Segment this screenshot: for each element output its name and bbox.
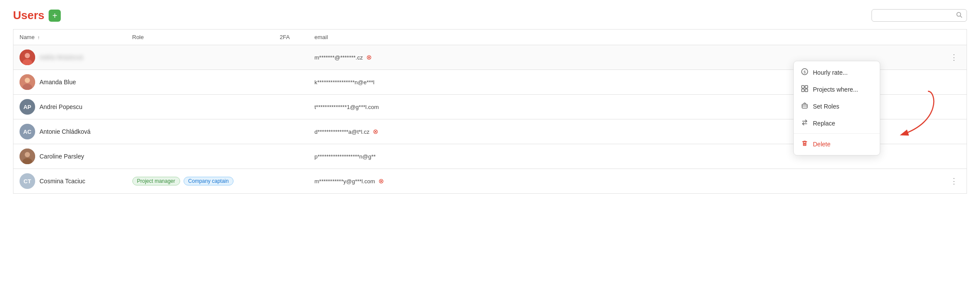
page-container: Users + Name ↑ Role 2FA xyxy=(0,0,980,304)
svg-rect-13 xyxy=(802,86,804,88)
svg-point-9 xyxy=(25,152,30,157)
sort-arrow-icon: ↑ xyxy=(37,35,40,40)
user-name-amanda: Amanda Blue xyxy=(39,79,76,86)
col-header-action xyxy=(941,30,967,45)
email-text-caroline: p*******************n@g** xyxy=(315,153,376,160)
svg-rect-14 xyxy=(805,86,808,88)
name-cell-cosmina: CTCosmina Tcaciuc xyxy=(13,169,126,194)
user-name-adela: Adéla Mrázková xyxy=(39,54,83,61)
menu-label-projects-where: Projects where... xyxy=(813,86,858,93)
avatar-cosmina: CT xyxy=(20,173,35,189)
twofa-cell-andrei xyxy=(274,95,309,119)
name-cell-antonie: ACAntonie Chládková xyxy=(13,119,126,144)
email-text-cosmina: m***********y@g***l.com xyxy=(315,178,375,185)
role-badge-company-captain: Company captain xyxy=(184,177,233,185)
avatar-antonie: AC xyxy=(20,124,35,139)
add-user-button[interactable]: + xyxy=(49,10,61,22)
col-header-email: email xyxy=(309,30,942,45)
search-box xyxy=(871,9,967,22)
search-icon xyxy=(956,12,962,19)
name-cell-adela: Adéla Mrázková xyxy=(13,45,126,70)
email-text-andrei: t**************1@g***l.com xyxy=(315,104,379,110)
twofa-cell-amanda xyxy=(274,70,309,95)
menu-item-projects-where[interactable]: Projects where... xyxy=(794,81,880,98)
action-cell-antonie xyxy=(941,119,967,144)
trash-icon xyxy=(801,140,809,148)
page-header: Users + xyxy=(13,9,967,22)
menu-label-hourly-rate: Hourly rate... xyxy=(813,69,848,76)
menu-label-delete: Delete xyxy=(813,141,830,148)
svg-rect-15 xyxy=(802,89,804,92)
col-header-name: Name ↑ xyxy=(13,30,126,45)
dollar-icon: $ xyxy=(801,68,809,76)
name-cell-andrei: APAndrei Popescu xyxy=(13,95,126,119)
avatar-adela xyxy=(20,50,35,65)
name-cell-amanda: Amanda Blue xyxy=(13,70,126,95)
role-cell-caroline xyxy=(126,144,274,169)
avatar-andrei: AP xyxy=(20,99,35,115)
twofa-cell-caroline xyxy=(274,144,309,169)
avatar-caroline xyxy=(20,149,35,164)
role-cell-andrei xyxy=(126,95,274,119)
svg-line-1 xyxy=(960,16,962,18)
menu-item-hourly-rate[interactable]: $Hourly rate... xyxy=(794,64,880,81)
context-menu: $Hourly rate...Projects where...Set Role… xyxy=(793,61,880,155)
role-cell-cosmina: Project managerCompany captain xyxy=(126,169,274,194)
table-header-row: Name ↑ Role 2FA email xyxy=(13,30,967,45)
email-cell-cosmina: m***********y@g***l.com ⊗ xyxy=(309,169,942,194)
search-input[interactable] xyxy=(876,12,954,19)
svg-point-6 xyxy=(25,78,30,83)
user-name-caroline: Caroline Parsley xyxy=(39,153,84,160)
role-cell-adela xyxy=(126,45,274,70)
menu-label-set-roles: Set Roles xyxy=(813,103,839,110)
replace-icon xyxy=(801,119,809,127)
action-cell-adela: ⋮ xyxy=(941,45,967,70)
header-left: Users + xyxy=(13,9,61,22)
name-cell-caroline: Caroline Parsley xyxy=(13,144,126,169)
avatar-amanda xyxy=(20,74,35,90)
action-cell-amanda xyxy=(941,70,967,95)
role-cell-amanda xyxy=(126,70,274,95)
col-header-2fa: 2FA xyxy=(274,30,309,45)
grid-icon xyxy=(801,85,809,93)
verified-icon-antonie: ⊗ xyxy=(371,128,378,135)
twofa-cell-antonie xyxy=(274,119,309,144)
three-dots-button-adela[interactable]: ⋮ xyxy=(947,51,960,64)
user-name-cosmina: Cosmina Tcaciuc xyxy=(39,178,86,185)
menu-item-set-roles[interactable]: Set Roles xyxy=(794,98,880,115)
email-text-antonie: d**************a@t*l.cz xyxy=(315,129,370,135)
twofa-cell-adela xyxy=(274,45,309,70)
menu-item-replace[interactable]: Replace xyxy=(794,115,880,132)
col-header-role: Role xyxy=(126,30,274,45)
verified-icon-adela: ⊗ xyxy=(365,53,372,61)
role-cell-antonie xyxy=(126,119,274,144)
action-cell-caroline xyxy=(941,144,967,169)
svg-rect-16 xyxy=(805,89,808,92)
svg-text:$: $ xyxy=(803,70,806,74)
email-text-adela: m*******@*******.cz xyxy=(315,54,363,61)
action-cell-andrei xyxy=(941,95,967,119)
table-row: CTCosmina TcaciucProject managerCompany … xyxy=(13,169,967,194)
page-title: Users xyxy=(13,9,44,22)
menu-label-replace: Replace xyxy=(813,120,835,127)
action-cell-cosmina: ⋮ xyxy=(941,169,967,194)
user-name-antonie: Antonie Chládková xyxy=(39,128,91,135)
menu-item-delete[interactable]: Delete xyxy=(794,135,880,152)
verified-icon-cosmina: ⊗ xyxy=(377,177,384,185)
three-dots-button-cosmina[interactable]: ⋮ xyxy=(947,175,960,188)
twofa-cell-cosmina xyxy=(274,169,309,194)
user-name-andrei: Andrei Popescu xyxy=(39,103,82,110)
briefcase-icon xyxy=(801,102,809,110)
email-text-amanda: k*****************n@e***l xyxy=(315,79,375,86)
role-badge-project-manager: Project manager xyxy=(132,177,180,185)
svg-point-3 xyxy=(25,53,30,58)
